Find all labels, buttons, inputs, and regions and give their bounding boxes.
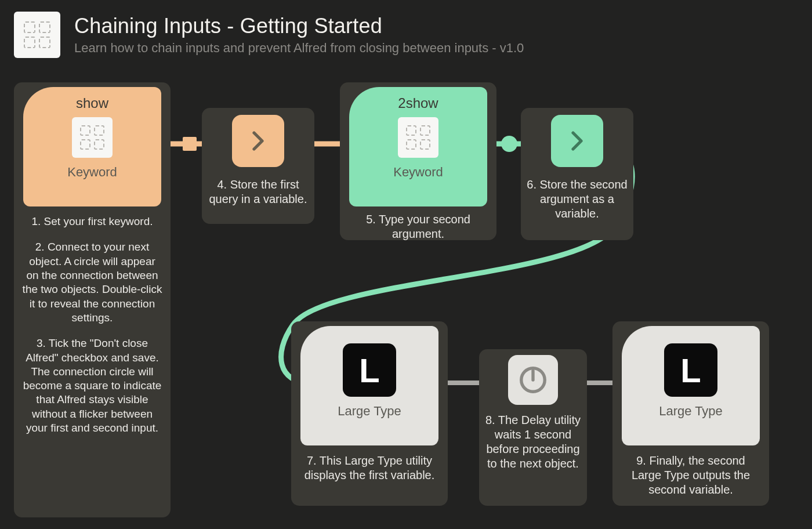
note-delay[interactable]: 8. The Delay utility waits 1 second befo… [479,349,587,506]
node-arg-utility-2[interactable] [551,115,603,167]
delay-knob-icon [517,364,549,396]
large-type-L-icon: L [664,343,717,397]
node-keyword-2-title: 2show [398,95,438,111]
caption-7: 7. This Large Type utility displays the … [296,454,443,483]
note-large-1[interactable]: L Large Type 7. This Large Type utility … [291,321,448,506]
node-large-2-type: Large Type [659,404,723,419]
note-large-2[interactable]: L Large Type 9. Finally, the second Larg… [612,321,769,506]
svg-point-1 [501,136,517,152]
instruction-text: 1. Set your first keyword. 2. Connect to… [19,215,166,435]
node-keyword-1-type: Keyword [67,165,117,180]
svg-rect-0 [183,137,197,151]
node-keyword-1[interactable]: show Keyword [23,87,161,206]
workflow-canvas[interactable]: show Keyword 1. Set your first keyword. … [0,75,812,529]
note-store-second[interactable]: 6. Store the second argument as a variab… [521,108,633,240]
chevron-right-icon [246,129,270,153]
workflow-grid-icon [72,117,113,158]
node-large-type-1[interactable]: L Large Type [300,326,438,445]
node-delay[interactable] [508,355,558,405]
node-large-type-2[interactable]: L Large Type [622,326,760,445]
caption-5: 5. Type your second argument. [345,212,492,241]
workflow-icon [14,12,60,58]
node-keyword-2[interactable]: 2show Keyword [349,87,487,206]
node-large-1-type: Large Type [338,404,401,419]
note-instructions[interactable]: show Keyword 1. Set your first keyword. … [14,82,171,517]
caption-6: 6. Store the second argument as a variab… [521,177,633,221]
chevron-right-icon [565,129,589,153]
caption-4: 4. Store the first query in a variable. [202,177,314,206]
workflow-grid-icon [24,21,50,48]
caption-9: 9. Finally, the second Large Type output… [617,454,764,497]
node-keyword-2-type: Keyword [393,165,443,180]
caption-8: 8. The Delay utility waits 1 second befo… [479,413,587,471]
workflow-title: Chaining Inputs - Getting Started [74,14,524,38]
workflow-header: Chaining Inputs - Getting Started Learn … [0,0,812,73]
node-arg-utility-1[interactable] [232,115,284,167]
note-keyword-2[interactable]: 2show Keyword 5. Type your second argume… [340,82,496,240]
workflow-subtitle: Learn how to chain inputs and prevent Al… [74,41,524,56]
workflow-grid-icon [398,117,438,158]
note-store-first[interactable]: 4. Store the first query in a variable. [202,108,314,224]
large-type-L-icon: L [343,343,396,397]
node-keyword-1-title: show [76,95,108,111]
